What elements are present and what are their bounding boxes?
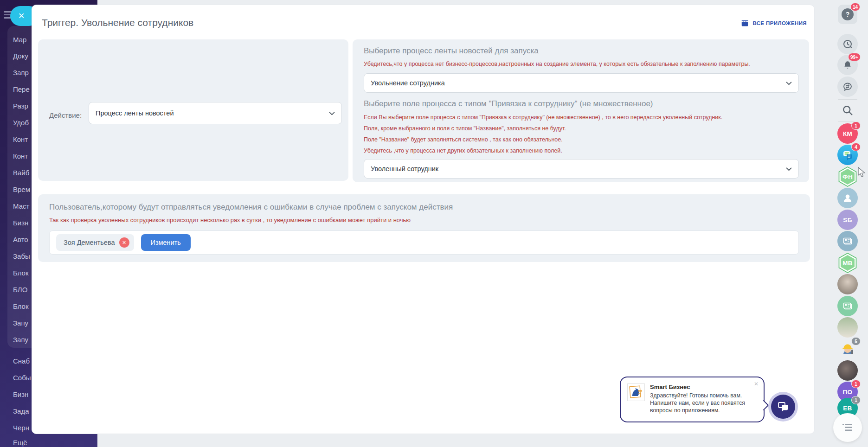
- notify-heading: Пользователь,которому будут отправляться…: [49, 203, 453, 212]
- avatar-contact-card[interactable]: [837, 231, 858, 251]
- sidebar-item[interactable]: Запр: [13, 69, 29, 77]
- sidebar-item[interactable]: Авто: [13, 236, 28, 243]
- action-panel: Действие: Процесс ленты новостей: [38, 39, 348, 181]
- avatar-fn[interactable]: ФН: [837, 166, 858, 187]
- user-chip: Зоя Дементьева ✕: [56, 234, 134, 251]
- sidebar-item[interactable]: Снаб: [13, 357, 30, 365]
- remove-user-icon[interactable]: ✕: [119, 237, 129, 248]
- chat-bubbles-icon: [841, 148, 854, 161]
- sidebar-item[interactable]: Пере: [13, 85, 30, 93]
- search-button[interactable]: [841, 104, 854, 117]
- sidebar-item-more[interactable]: Ещё: [13, 439, 27, 447]
- help-button[interactable]: ? 14: [838, 5, 857, 24]
- chat-bubbles-icon: [777, 400, 790, 413]
- page-title: Триггер. Увольнение сотрудников: [42, 17, 193, 28]
- action-select[interactable]: Процесс ленты новостей: [89, 102, 342, 124]
- sidebar-item[interactable]: БЛО: [13, 286, 27, 294]
- sidebar-item[interactable]: Мар: [13, 36, 26, 44]
- rail-divider: [838, 444, 857, 444]
- sidebar-item[interactable]: Разр: [13, 102, 28, 110]
- sidebar-item[interactable]: Конт: [13, 152, 28, 160]
- sidebar-item[interactable]: Маст: [13, 202, 29, 210]
- sidebar-item[interactable]: Блок: [13, 269, 29, 277]
- field-heading: Выберите поле процесса с типом "Привязка…: [364, 99, 653, 109]
- action-label: Действие:: [49, 111, 82, 119]
- bell-icon: [842, 60, 853, 70]
- sidebar-item[interactable]: Врем: [13, 185, 30, 193]
- main-card: Триггер. Увольнение сотрудников ВСЕ ПРИЛ…: [32, 5, 815, 434]
- avatar-worker[interactable]: 5: [837, 339, 858, 359]
- process-select[interactable]: Увольнение сотрудника: [364, 73, 799, 93]
- chat-widget-message: Здравствуйте! Готовы помочь вам. Напишит…: [650, 392, 748, 415]
- chat-widget-popup: Smart Бизнес Здравствуйте! Готовы помочь…: [620, 377, 765, 422]
- avatar-badge: 5: [851, 337, 861, 345]
- rail-divider: [838, 29, 857, 29]
- avatar-km[interactable]: КМ 1: [837, 123, 858, 144]
- chat-exchange-icon: [842, 81, 853, 92]
- avatar-sb[interactable]: SБ: [837, 210, 858, 230]
- sidebar-item[interactable]: Забы: [13, 252, 30, 260]
- sidebar-item[interactable]: Черн: [13, 424, 29, 432]
- notifications-button[interactable]: 99+: [837, 55, 858, 75]
- action-select-value: Процесс ленты новостей: [96, 109, 174, 117]
- process-select-value: Увольнение сотрудника: [371, 79, 445, 87]
- search-icon: [841, 104, 854, 117]
- avatar-photo[interactable]: [837, 360, 858, 381]
- avatar-messenger[interactable]: 4: [837, 145, 858, 165]
- chevron-down-icon: [786, 167, 792, 171]
- chevron-down-icon: [329, 111, 335, 115]
- smart-biznes-logo: [627, 383, 645, 401]
- sidebar-item[interactable]: Зада: [13, 407, 29, 415]
- chat-close-icon[interactable]: ✕: [754, 381, 759, 387]
- avatar-initials: МВ: [842, 260, 853, 267]
- sidebar-item[interactable]: Удоб: [13, 119, 29, 127]
- avatar-badge: 1: [851, 121, 861, 130]
- sidebar-item[interactable]: Собы: [13, 374, 31, 382]
- chevron-down-icon: [786, 81, 792, 85]
- sidebar-item[interactable]: Запу: [13, 319, 28, 327]
- sidebar-item[interactable]: Вайб: [13, 169, 29, 177]
- avatar-initials: ЕВ: [843, 405, 852, 412]
- avatar-photo[interactable]: [837, 317, 858, 338]
- messenger-exchange-button[interactable]: [837, 77, 858, 97]
- all-apps-label: ВСЕ ПРИЛОЖЕНИЯ: [752, 20, 807, 26]
- sidebar-item[interactable]: Доку: [13, 52, 28, 60]
- sidebar-item[interactable]: Бизн: [13, 219, 28, 227]
- process-warning: Убедитесь,что у процесса нет бизнесс-про…: [364, 61, 750, 67]
- avatar-person[interactable]: [837, 188, 858, 208]
- help-badge: 14: [850, 3, 860, 11]
- mouse-cursor: [857, 167, 868, 179]
- field-select[interactable]: Уволенный сотрудник: [364, 159, 799, 179]
- process-panel: Выберите процесс ленты новостей для запу…: [353, 39, 809, 182]
- avatar-photo[interactable]: [837, 274, 858, 294]
- field-warning-2: Поля, кроме выбранного и поля с типом "Н…: [364, 125, 566, 132]
- chat-fab-button[interactable]: [768, 392, 798, 421]
- process-heading: Выберите процесс ленты новостей для запу…: [364, 46, 539, 56]
- sidebar-item[interactable]: Бизн: [13, 390, 28, 398]
- change-user-button[interactable]: Изменить: [141, 234, 191, 251]
- chat-widget-title: Smart Бизнес: [650, 383, 748, 390]
- history-button[interactable]: [837, 34, 858, 54]
- notify-user-row: Зоя Дементьева ✕ Изменить: [49, 230, 799, 255]
- app-window: Мар Доку Запр Пере Разр Удоб Конт Конт В…: [0, 0, 868, 447]
- avatar-initials: SБ: [843, 217, 852, 224]
- all-apps-link[interactable]: ВСЕ ПРИЛОЖЕНИЯ: [740, 19, 807, 27]
- field-warning-3: Поле "Название" будет заполняться систем…: [364, 136, 563, 143]
- notifications-badge: 99+: [848, 53, 861, 61]
- avatar-badge: 1: [851, 396, 861, 404]
- id-card-icon: [842, 300, 854, 312]
- sidebar-item[interactable]: Блок: [13, 302, 29, 310]
- chat-widget-content: Smart Бизнес Здравствуйте! Готовы помочь…: [650, 383, 748, 417]
- avatar-initials: ПО: [843, 389, 853, 396]
- avatar-initials: ФН: [842, 173, 853, 180]
- rail-menu-button[interactable]: [833, 413, 862, 442]
- avatar-mv[interactable]: МВ: [837, 253, 858, 273]
- avatar-initials: КМ: [843, 130, 852, 137]
- avatar-contact-card-green[interactable]: [837, 296, 858, 316]
- avatar-badge: 1: [851, 380, 861, 388]
- sidebar-item[interactable]: Запу: [13, 336, 28, 344]
- rail-divider: [838, 99, 857, 100]
- briefcase-icon: [740, 19, 749, 27]
- person-icon: [842, 192, 854, 204]
- sidebar-item[interactable]: Конт: [13, 135, 28, 143]
